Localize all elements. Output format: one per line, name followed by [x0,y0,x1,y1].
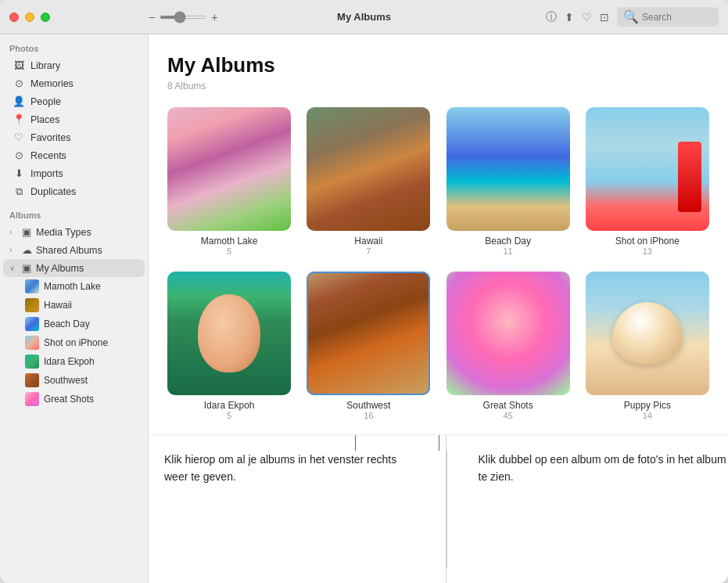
album-name: Great Shots [44,394,94,405]
album-count: 8 Albums [167,81,709,92]
sidebar-group-media-types[interactable]: › ▣ Media Types [3,223,145,241]
info-icon[interactable]: ⓘ [546,10,557,24]
sidebar-item-label: Shared Albums [36,245,102,256]
window-title: My Albums [337,11,391,23]
album-mamoth[interactable]: Mamoth Lake 5 [167,107,291,256]
zoom-in-button[interactable]: + [211,11,217,23]
albums-section-label: Albums [0,201,148,223]
album-thumbnail [167,107,291,231]
sidebar-item-memories[interactable]: ⊙ Memories [3,74,145,92]
annotation-right: Klik dubbel op een album om de foto's in… [447,435,729,583]
imports-icon: ⬇ [13,167,25,179]
zoom-slider[interactable] [160,16,206,19]
titlebar: − + My Albums ⓘ ⬆ ♡ ⊡ 🔍 [0,0,728,34]
album-thumbnail [25,336,39,350]
album-name: Mamoth Lake [201,236,258,247]
face-shape [198,294,260,372]
sidebar-subitem-great[interactable]: Great Shots [0,390,148,408]
album-name: Southwest [346,400,390,411]
album-idara[interactable]: Idara Ekpoh 5 [167,272,291,420]
album-thumbnail [25,298,39,312]
search-input[interactable] [642,12,712,23]
album-thumbnail [307,107,430,231]
album-thumbnail [25,317,39,331]
album-hawaii[interactable]: Hawaii 7 [307,107,430,256]
sidebar-item-imports[interactable]: ⬇ Imports [3,164,145,182]
album-thumbnail [25,279,39,293]
sidebar-item-label: Media Types [36,227,91,238]
traffic-lights [9,13,50,22]
album-image [446,107,570,231]
zoom-out-button[interactable]: − [149,11,155,23]
minimize-button[interactable] [25,13,34,22]
sidebar-item-recents[interactable]: ⊙ Recents [3,146,145,164]
sidebar-item-label: Recents [30,150,66,161]
album-name: Great Shots [483,400,533,411]
album-image [167,272,291,395]
sidebar-item-label: People [30,96,61,107]
sidebar-group-my-albums[interactable]: ∨ ▣ My Albums [3,259,145,277]
page-title: My Albums [167,53,709,77]
favorites-icon: ♡ [13,131,25,143]
album-iphone[interactable]: Shot on iPhone 13 [586,107,709,256]
crop-icon[interactable]: ⊡ [600,11,609,23]
search-box[interactable]: 🔍 [617,7,719,27]
album-name: Idara Ekpoh [204,400,255,411]
album-southwest[interactable]: Southwest 16 [307,272,430,420]
sidebar-item-favorites[interactable]: ♡ Favorites [3,128,145,146]
album-photo-count: 13 [643,247,652,256]
places-icon: 📍 [13,113,25,125]
album-name: Shot on iPhone [44,337,108,348]
sidebar-subitem-mamoth[interactable]: Mamoth Lake [0,277,148,296]
people-icon: 👤 [13,95,25,107]
album-thumbnail [586,272,709,395]
sidebar-item-duplicates[interactable]: ⧉ Duplicates [3,182,145,201]
chevron-right-icon: › [9,228,17,236]
album-thumbnail [586,107,709,231]
connector-line-southwest [355,435,356,451]
annotation-columns: Klik hierop om al je albums in het venst… [149,435,728,583]
album-name: Shot on iPhone [615,236,680,247]
album-photo-count: 5 [227,411,231,420]
album-name: Beach Day [44,318,90,329]
album-photo-count: 7 [366,247,371,256]
sidebar-item-places[interactable]: 📍 Places [3,110,145,128]
close-button[interactable] [9,13,19,22]
album-thumbnail [446,272,570,395]
album-beach[interactable]: Beach Day 11 [446,107,570,256]
album-name: Puppy Pics [624,400,671,411]
album-name: Idara Ekpoh [44,356,95,367]
share-icon[interactable]: ⬆ [565,11,574,23]
chevron-down-icon: ∨ [9,264,17,272]
album-thumbnail [446,107,570,231]
album-thumbnail [25,354,39,369]
sidebar-item-people[interactable]: 👤 People [3,92,145,110]
titlebar-center: My Albums [337,11,391,23]
sidebar-subitem-idara[interactable]: Idara Ekpoh [0,352,148,371]
annotation-left-text: Klik hierop om al je albums in het venst… [164,453,396,483]
album-image [307,272,430,395]
album-photo-count: 5 [227,247,231,256]
sidebar-group-shared-albums[interactable]: › ☁ Shared Albums [3,241,145,259]
album-name: Hawaii [44,300,72,311]
sidebar-subitem-southwest[interactable]: Southwest [0,371,148,390]
sidebar-subitem-hawaii[interactable]: Hawaii [0,296,148,315]
library-icon: 🖼 [13,59,25,71]
sidebar-item-library[interactable]: 🖼 Library [3,56,145,74]
album-puppy[interactable]: Puppy Pics 14 [586,272,709,420]
album-name: Mamoth Lake [44,281,101,292]
album-image [446,272,570,395]
sidebar-item-label: Memories [30,78,74,89]
album-great[interactable]: Great Shots 45 [446,272,570,420]
heart-icon[interactable]: ♡ [582,11,592,23]
maximize-button[interactable] [41,13,50,22]
sidebar-subitem-beach[interactable]: Beach Day [0,315,148,333]
album-thumbnail [307,272,430,395]
album-image [586,107,709,231]
chevron-right-icon: › [9,246,17,254]
album-thumbnail [25,373,39,387]
annotation-left: Klik hierop om al je albums in het venst… [149,435,446,583]
photos-section-label: Photos [0,34,148,56]
albums-grid: Mamoth Lake 5 Hawaii 7 B [167,107,709,434]
sidebar-subitem-iphone[interactable]: Shot on iPhone [0,333,148,352]
